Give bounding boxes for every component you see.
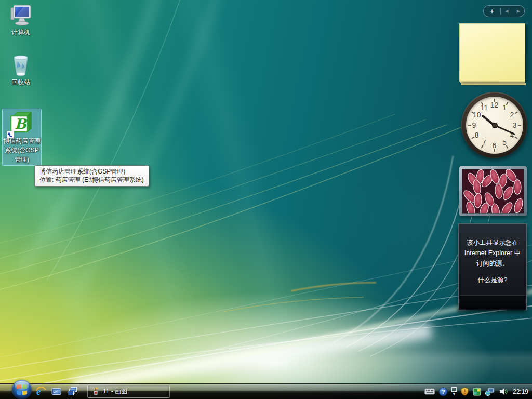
tray-clock[interactable]: 22:19 bbox=[513, 388, 528, 395]
chevron-down-icon: ▼ bbox=[453, 392, 456, 396]
clock-hub bbox=[492, 123, 498, 128]
frosted-leaves-image bbox=[462, 169, 524, 213]
what-is-a-feed-link[interactable]: 什么是源? bbox=[478, 276, 508, 285]
quick-launch-bar: e bbox=[35, 386, 77, 397]
paint-icon bbox=[91, 387, 100, 396]
pharmacy-shortcut-icon[interactable]: B 博信药店管理 系统(含GSP 管理) bbox=[2, 109, 42, 166]
prev-gadget-button[interactable]: ◀ bbox=[501, 6, 513, 16]
pharmacy-label-line2: 系统(含GSP bbox=[5, 146, 38, 154]
recycle-bin-icon[interactable]: 回收站 bbox=[3, 53, 38, 86]
language-bar-help-icon[interactable]: ? bbox=[438, 387, 448, 396]
tooltip-title: 博信药店管理系统(含GSP管理) bbox=[39, 167, 144, 176]
windows-flag-icon bbox=[16, 384, 28, 395]
internet-explorer-icon[interactable]: e bbox=[35, 386, 46, 397]
paint-task-button[interactable]: 11 - 画图 bbox=[87, 385, 170, 398]
task-button-label: 11 - 画图 bbox=[103, 387, 127, 396]
network-icon[interactable] bbox=[485, 388, 496, 396]
recycle-bin-glyph bbox=[9, 53, 32, 77]
svg-text:?: ? bbox=[442, 389, 445, 395]
clock-face: 1 2 3 4 5 6 7 8 9 10 11 12 bbox=[466, 97, 523, 154]
slideshow-photo bbox=[462, 169, 524, 214]
security-alert-shield-icon[interactable] bbox=[460, 387, 469, 396]
vista-desktop: 计算机 回收站 B 博信药店管理 系 bbox=[0, 0, 532, 399]
computer-glyph bbox=[9, 3, 33, 27]
slideshow-gadget[interactable] bbox=[459, 166, 527, 216]
system-tray: ? ▼ bbox=[424, 384, 528, 399]
svg-text:B: B bbox=[15, 116, 28, 132]
input-method-keyboard-icon[interactable] bbox=[424, 388, 435, 395]
add-gadget-button[interactable]: + bbox=[484, 6, 500, 16]
recycle-bin-label: 回收站 bbox=[11, 78, 30, 86]
tray-chevron[interactable]: ▼ bbox=[451, 387, 457, 396]
computer-icon[interactable]: 计算机 bbox=[3, 3, 38, 36]
pharmacy-app-tray-icon[interactable] bbox=[473, 388, 481, 396]
taskbar: e bbox=[0, 383, 532, 399]
language-bar-restore-icon bbox=[451, 387, 457, 392]
pharmacy-label-line3: 管理) bbox=[15, 155, 29, 164]
sticky-note bbox=[459, 23, 525, 82]
note-page-edge bbox=[461, 83, 526, 85]
volume-icon[interactable] bbox=[499, 388, 508, 395]
gadget-controls: + ◀ ▶ bbox=[483, 5, 525, 17]
computer-label: 计算机 bbox=[11, 28, 30, 36]
desktop-wallpaper bbox=[0, 0, 532, 399]
shortcut-tooltip: 博信药店管理系统(含GSP管理) 位置: 药店管理 (E:\博信药店管理系统) bbox=[34, 165, 149, 187]
clock-gadget[interactable]: 1 2 3 4 5 6 7 8 9 10 11 12 bbox=[461, 92, 527, 158]
feed-footer-bar bbox=[460, 295, 525, 309]
switch-windows-icon[interactable] bbox=[66, 386, 77, 397]
notes-gadget[interactable] bbox=[459, 23, 527, 85]
show-desktop-icon[interactable] bbox=[51, 386, 62, 397]
shortcut-arrow-icon bbox=[7, 131, 14, 138]
feed-description: 该小工具显示您在 Internet Explorer 中订阅的源。 bbox=[459, 224, 526, 269]
tooltip-location: 位置: 药店管理 (E:\博信药店管理系统) bbox=[39, 176, 144, 184]
next-gadget-button[interactable]: ▶ bbox=[513, 6, 525, 16]
start-button[interactable] bbox=[12, 380, 32, 399]
feed-headlines-gadget[interactable]: 该小工具显示您在 Internet Explorer 中订阅的源。 什么是源? bbox=[458, 223, 527, 310]
